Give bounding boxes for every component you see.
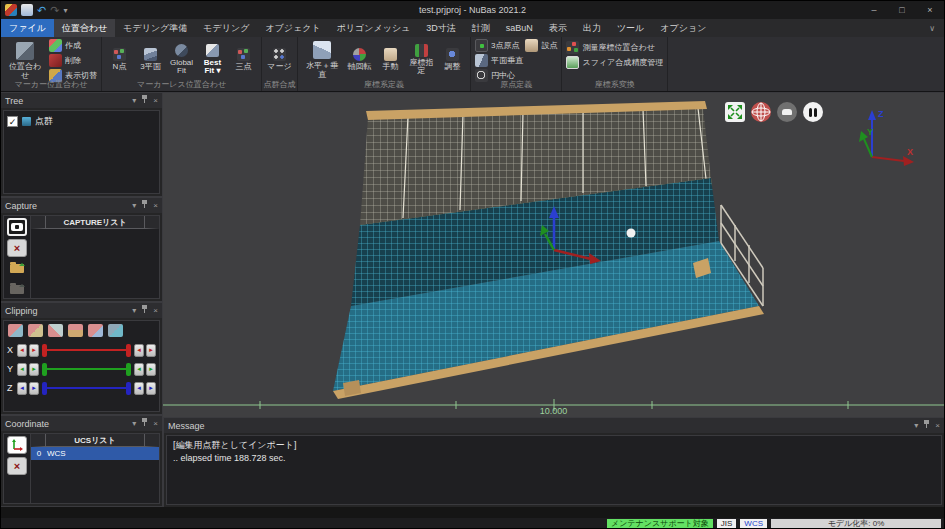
tab-file[interactable]: ファイル (1, 19, 54, 37)
undo-icon[interactable]: ↶ (37, 4, 46, 16)
redo-icon[interactable]: ↷ (50, 4, 59, 16)
capture-camera-button[interactable] (7, 218, 27, 236)
tab-measure[interactable]: 計測 (464, 19, 498, 37)
clip-mode-2-icon[interactable] (28, 324, 43, 337)
manual-button[interactable]: 手動 (377, 47, 404, 72)
global-fit-button[interactable]: Global Fit (168, 43, 195, 76)
view-axis-gizmo[interactable]: Z X Y (844, 105, 918, 169)
pin-icon[interactable] (923, 420, 930, 431)
clip-mode-1-icon[interactable] (8, 324, 23, 337)
chevron-down-icon[interactable]: ▾ (914, 421, 918, 430)
y-min-decrease-button[interactable]: ◂ (17, 363, 27, 376)
x-range-slider[interactable] (42, 343, 131, 357)
y-max-decrease-button[interactable]: ◂ (134, 363, 144, 376)
pin-icon[interactable] (141, 200, 148, 211)
globe-view-button[interactable] (751, 102, 771, 122)
tab-sabun[interactable]: saBuN (498, 19, 541, 37)
close-icon[interactable]: × (935, 421, 940, 430)
horizontal-vertical-button[interactable]: 水平＋垂直 (302, 41, 342, 79)
pin-icon[interactable] (141, 95, 148, 106)
close-icon[interactable]: × (153, 201, 158, 210)
coordinate-panel-body: × UCSリスト 0 WCS (3, 433, 160, 504)
axis-rotate-button[interactable]: 軸回転 (346, 47, 373, 72)
three-plane-button[interactable]: 3平面 (137, 47, 164, 72)
clip-mode-5-icon[interactable] (88, 324, 103, 337)
z-min-decrease-button[interactable]: ◂ (17, 382, 27, 395)
point-cloud-scene[interactable] (163, 93, 944, 417)
three-point-origin-button[interactable]: 3点原点 (475, 39, 519, 52)
z-range-slider[interactable] (42, 381, 131, 395)
y-max-increase-button[interactable]: ▸ (146, 363, 156, 376)
qat-dropdown-icon[interactable]: ▾ (63, 6, 67, 15)
create-button[interactable]: 作成 (49, 39, 97, 52)
visibility-checkbox[interactable]: ✓ (7, 116, 18, 127)
tab-tools[interactable]: ツール (609, 19, 652, 37)
tab-3d-dimension[interactable]: 3D寸法 (418, 19, 464, 37)
tab-options[interactable]: オプション (652, 19, 714, 37)
app-logo-icon[interactable] (5, 4, 17, 16)
three-point-button[interactable]: 三点 (230, 47, 257, 72)
close-button[interactable]: × (916, 1, 944, 19)
x-min-decrease-button[interactable]: ◂ (17, 344, 27, 357)
chevron-down-icon[interactable]: ▾ (132, 96, 136, 105)
y-range-slider[interactable] (42, 362, 131, 376)
adjust-button[interactable]: 調整 (439, 47, 466, 72)
tab-modeling[interactable]: モデリング (195, 19, 257, 37)
n-point-button[interactable]: N点 (106, 47, 133, 72)
ribbon-collapse-icon[interactable]: ∨ (920, 19, 944, 37)
n-point-icon (113, 48, 126, 61)
chevron-down-icon[interactable]: ▾ (132, 419, 136, 428)
best-fit-button[interactable]: Best Fit ▾ (199, 43, 226, 76)
tab-modeling-prep[interactable]: モデリング準備 (115, 19, 195, 37)
coordinate-specify-button[interactable]: 座標指定 (408, 43, 435, 76)
z-max-increase-button[interactable]: ▸ (146, 382, 156, 395)
clip-mode-6-icon[interactable] (108, 324, 123, 337)
z-max-decrease-button[interactable]: ◂ (134, 382, 144, 395)
tab-output[interactable]: 出力 (575, 19, 609, 37)
alignment-button[interactable]: 位置合わせ (5, 42, 45, 80)
maximize-button[interactable]: □ (888, 1, 916, 19)
clip-mode-4-icon[interactable] (68, 324, 83, 337)
x-min-increase-button[interactable]: ▸ (29, 344, 39, 357)
viewport[interactable]: 10.000 (163, 92, 944, 417)
delete-button[interactable]: 削除 (49, 54, 97, 67)
tab-alignment[interactable]: 位置合わせ (54, 19, 115, 37)
close-icon[interactable]: × (153, 306, 158, 315)
ucs-row-wcs[interactable]: 0 WCS (31, 447, 159, 460)
ucs-create-button[interactable] (7, 436, 27, 454)
tab-polygon-mesh[interactable]: ポリゴンメッシュ (329, 19, 419, 37)
pin-icon[interactable] (141, 305, 148, 316)
survey-coordinate-alignment-button[interactable]: 測量座標位置合わせ (566, 41, 663, 54)
capture-delete-button[interactable]: × (7, 239, 27, 257)
x-max-decrease-button[interactable]: ◂ (134, 344, 144, 357)
pin-icon[interactable] (141, 418, 148, 429)
chevron-down-icon[interactable]: ▾ (132, 306, 136, 315)
close-icon[interactable]: × (153, 419, 158, 428)
minimize-button[interactable]: – (860, 1, 888, 19)
z-min-increase-button[interactable]: ▸ (29, 382, 39, 395)
save-icon[interactable] (21, 4, 33, 16)
sphere-accuracy-button[interactable]: スフィア合成精度管理 (566, 56, 663, 69)
set-point-button[interactable]: 設点 (525, 39, 557, 52)
merge-button[interactable]: マージ (266, 47, 293, 72)
walk-mode-button[interactable] (803, 102, 823, 122)
close-icon[interactable]: × (153, 96, 158, 105)
three-point-origin-icon (475, 39, 488, 52)
pan-mode-button[interactable] (777, 102, 797, 122)
fit-view-button[interactable] (725, 102, 745, 122)
group-coordinate-system-definition: 水平＋垂直 軸回転 手動 座標指定 調整 座 (298, 37, 471, 91)
capture-import-button[interactable] (7, 260, 27, 278)
ucs-delete-button[interactable]: × (7, 457, 27, 475)
tab-display[interactable]: 表示 (541, 19, 575, 37)
x-max-increase-button[interactable]: ▸ (146, 344, 156, 357)
tab-object[interactable]: オブジェクト (257, 19, 328, 37)
tree-item-pointcloud[interactable]: ✓ 点群 (4, 111, 159, 132)
pointcloud-icon (22, 117, 31, 126)
y-min-increase-button[interactable]: ▸ (29, 363, 39, 376)
plane-vertical-button[interactable]: 平面垂直 (475, 54, 557, 67)
clip-mode-3-icon[interactable] (48, 324, 63, 337)
capture-export-button[interactable] (7, 280, 27, 298)
capture-panel-body: × CAPTUREリスト (3, 215, 160, 299)
chevron-down-icon[interactable]: ▾ (132, 201, 136, 210)
sphere-accuracy-label: スフィア合成精度管理 (582, 57, 663, 68)
